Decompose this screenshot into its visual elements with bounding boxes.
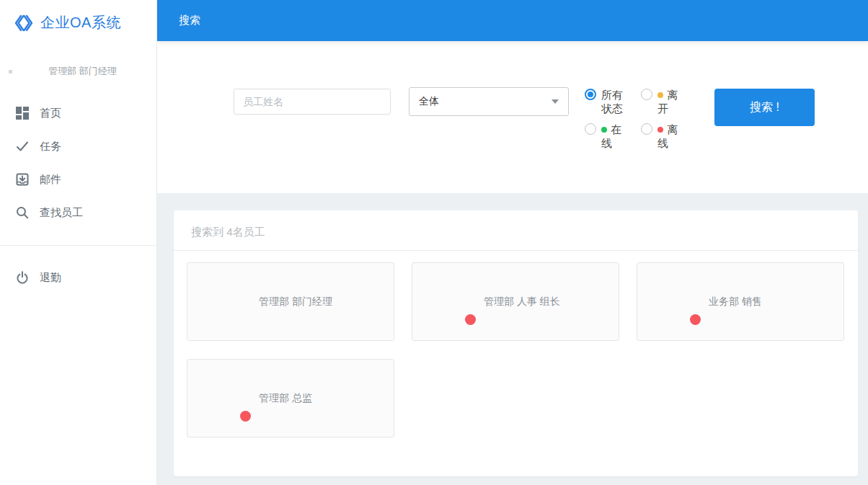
status-badge bbox=[465, 314, 476, 325]
avatar bbox=[206, 377, 249, 420]
employee-label: 管理部 人事 组长 bbox=[484, 295, 560, 308]
avatar bbox=[656, 280, 699, 324]
sidebar-item-tasks[interactable]: 任务 bbox=[0, 130, 156, 163]
employee-card[interactable]: 管理部 部门经理 bbox=[187, 262, 394, 341]
radio-label: 离线 bbox=[657, 123, 686, 150]
page-title: 搜索 bbox=[179, 14, 200, 27]
radio-online[interactable]: 在线 bbox=[585, 123, 641, 150]
employee-card[interactable]: 业务部 销售 bbox=[637, 262, 844, 341]
main-area: 搜索 全体 所有状态 离开 在线 离线 搜索 ! bbox=[157, 0, 868, 485]
sidebar-item-logout[interactable]: 退勤 bbox=[0, 261, 156, 294]
sidebar: 企业OA系统 管理部 部门经理 首页 任务 bbox=[0, 0, 157, 485]
sidebar-item-label: 退勤 bbox=[40, 271, 61, 285]
sidebar-item-find-employees[interactable]: 查找员工 bbox=[0, 196, 156, 229]
radio-icon bbox=[641, 89, 652, 100]
radio-icon bbox=[585, 123, 596, 135]
sidebar-menu: 首页 任务 邮件 bbox=[0, 97, 156, 294]
radio-label: 在线 bbox=[601, 123, 630, 150]
search-form: 全体 所有状态 离开 在线 离线 搜索 ! bbox=[157, 41, 868, 193]
current-user-label: 管理部 部门经理 bbox=[0, 65, 156, 78]
offline-status-dot bbox=[657, 127, 663, 133]
radio-all-status[interactable]: 所有状态 bbox=[585, 88, 641, 115]
search-submit-button[interactable]: 搜索 ! bbox=[714, 89, 815, 126]
status-badge bbox=[240, 411, 251, 422]
employee-name-input[interactable] bbox=[234, 89, 391, 115]
online-status-dot bbox=[601, 127, 607, 133]
app-title: 企业OA系统 bbox=[40, 13, 121, 32]
radio-icon bbox=[585, 89, 596, 100]
radio-label: 所有状态 bbox=[601, 88, 630, 115]
employee-label: 管理部 总监 bbox=[259, 392, 312, 405]
user-avatar-placeholder bbox=[9, 70, 12, 74]
away-status-dot bbox=[657, 92, 663, 98]
dashboard-icon bbox=[15, 107, 29, 120]
search-icon bbox=[15, 206, 29, 220]
sidebar-item-label: 首页 bbox=[40, 107, 61, 120]
check-icon bbox=[15, 140, 29, 153]
sidebar-divider bbox=[0, 245, 156, 246]
department-select-value: 全体 bbox=[419, 95, 439, 108]
status-radio-group: 所有状态 离开 在线 离线 bbox=[585, 88, 697, 150]
radio-label: 离开 bbox=[657, 88, 686, 115]
results-summary: 搜索到 4名员工 bbox=[174, 210, 858, 251]
sidebar-item-label: 任务 bbox=[40, 140, 61, 153]
department-select[interactable]: 全体 bbox=[409, 87, 569, 116]
employee-label: 管理部 部门经理 bbox=[259, 295, 332, 308]
radio-away[interactable]: 离开 bbox=[641, 88, 697, 115]
avatar bbox=[206, 280, 249, 324]
avatar bbox=[431, 280, 474, 324]
status-badge bbox=[690, 314, 701, 325]
app-logo: 企业OA系统 bbox=[0, 0, 156, 35]
sidebar-item-mail[interactable]: 邮件 bbox=[0, 163, 156, 196]
radio-offline[interactable]: 离线 bbox=[641, 123, 697, 150]
sidebar-item-home[interactable]: 首页 bbox=[0, 97, 156, 130]
page-header: 搜索 bbox=[157, 0, 868, 41]
sidebar-item-label: 邮件 bbox=[40, 173, 61, 187]
mail-icon bbox=[15, 173, 29, 187]
results-section: 搜索到 4名员工 管理部 部门经理 管理部 人事 组长 bbox=[157, 193, 868, 485]
employee-card[interactable]: 管理部 总监 bbox=[187, 359, 394, 437]
radio-icon bbox=[641, 123, 652, 135]
employee-card[interactable]: 管理部 人事 组长 bbox=[412, 262, 619, 341]
employee-cards-grid: 管理部 部门经理 管理部 人事 组长 业务部 销售 bbox=[174, 251, 858, 449]
chevron-down-icon bbox=[552, 99, 559, 104]
employee-label: 业务部 销售 bbox=[709, 295, 762, 308]
power-icon bbox=[15, 271, 29, 285]
app-logo-icon bbox=[14, 14, 34, 32]
results-card: 搜索到 4名员工 管理部 部门经理 管理部 人事 组长 bbox=[174, 210, 858, 476]
sidebar-item-label: 查找员工 bbox=[40, 206, 83, 220]
